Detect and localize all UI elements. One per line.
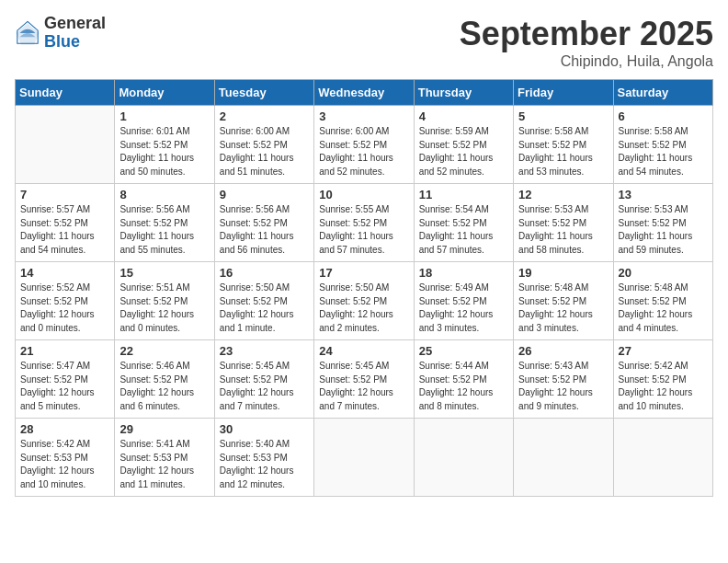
calendar-cell: 7Sunrise: 5:57 AM Sunset: 5:52 PM Daylig… (16, 184, 115, 262)
day-info: Sunrise: 5:44 AM Sunset: 5:52 PM Dayligh… (419, 360, 508, 413)
calendar-cell: 10Sunrise: 5:55 AM Sunset: 5:52 PM Dayli… (314, 184, 414, 262)
day-info: Sunrise: 5:42 AM Sunset: 5:52 PM Dayligh… (619, 360, 708, 413)
calendar-week-row: 21Sunrise: 5:47 AM Sunset: 5:52 PM Dayli… (16, 340, 713, 419)
logo-general: General (44, 15, 106, 33)
day-number: 26 (518, 344, 608, 358)
calendar-cell: 21Sunrise: 5:47 AM Sunset: 5:52 PM Dayli… (16, 340, 115, 419)
calendar-cell: 17Sunrise: 5:50 AM Sunset: 5:52 PM Dayli… (314, 262, 414, 340)
day-info: Sunrise: 5:50 AM Sunset: 5:52 PM Dayligh… (220, 282, 309, 335)
day-number: 22 (119, 344, 209, 358)
calendar-cell: 26Sunrise: 5:43 AM Sunset: 5:52 PM Dayli… (514, 340, 613, 419)
day-of-week-header: Thursday (414, 80, 513, 106)
day-info: Sunrise: 5:52 AM Sunset: 5:52 PM Dayligh… (20, 282, 109, 335)
day-number: 20 (619, 266, 708, 280)
calendar-cell: 3Sunrise: 6:00 AM Sunset: 5:52 PM Daylig… (314, 106, 414, 184)
day-info: Sunrise: 6:00 AM Sunset: 5:52 PM Dayligh… (319, 125, 408, 178)
day-number: 14 (20, 266, 109, 280)
day-number: 5 (518, 109, 608, 123)
day-info: Sunrise: 5:56 AM Sunset: 5:52 PM Dayligh… (220, 203, 309, 257)
day-number: 30 (220, 422, 309, 436)
day-number: 10 (319, 188, 408, 201)
logo-icon (15, 20, 40, 46)
day-number: 28 (20, 422, 109, 436)
calendar-table: SundayMondayTuesdayWednesdayThursdayFrid… (15, 79, 713, 497)
calendar-cell: 15Sunrise: 5:51 AM Sunset: 5:52 PM Dayli… (115, 262, 214, 340)
calendar-cell: 23Sunrise: 5:45 AM Sunset: 5:52 PM Dayli… (214, 340, 313, 419)
calendar-cell: 4Sunrise: 5:59 AM Sunset: 5:52 PM Daylig… (414, 106, 513, 184)
day-number: 11 (419, 188, 508, 201)
calendar-cell: 27Sunrise: 5:42 AM Sunset: 5:52 PM Dayli… (613, 340, 712, 419)
day-info: Sunrise: 5:40 AM Sunset: 5:53 PM Dayligh… (220, 438, 309, 491)
day-info: Sunrise: 5:49 AM Sunset: 5:52 PM Dayligh… (419, 282, 508, 335)
day-of-week-header: Saturday (613, 80, 712, 106)
calendar-cell (314, 419, 414, 497)
day-info: Sunrise: 5:45 AM Sunset: 5:52 PM Dayligh… (220, 360, 309, 413)
day-number: 27 (619, 344, 708, 358)
day-info: Sunrise: 5:58 AM Sunset: 5:52 PM Dayligh… (619, 125, 708, 178)
calendar-cell: 6Sunrise: 5:58 AM Sunset: 5:52 PM Daylig… (613, 106, 712, 184)
day-number: 4 (419, 109, 508, 123)
calendar-week-row: 14Sunrise: 5:52 AM Sunset: 5:52 PM Dayli… (16, 262, 713, 340)
day-of-week-header: Sunday (16, 80, 115, 106)
day-info: Sunrise: 5:45 AM Sunset: 5:52 PM Dayligh… (319, 360, 408, 413)
day-info: Sunrise: 5:58 AM Sunset: 5:52 PM Dayligh… (518, 125, 608, 178)
calendar-cell (514, 419, 613, 497)
day-number: 29 (119, 422, 209, 436)
day-info: Sunrise: 5:47 AM Sunset: 5:52 PM Dayligh… (20, 360, 109, 413)
day-number: 16 (220, 266, 309, 280)
calendar-cell (414, 419, 513, 497)
day-of-week-header: Wednesday (314, 80, 414, 106)
day-number: 2 (220, 109, 309, 123)
day-number: 7 (20, 188, 109, 201)
day-info: Sunrise: 5:46 AM Sunset: 5:52 PM Dayligh… (119, 360, 209, 413)
calendar-week-row: 7Sunrise: 5:57 AM Sunset: 5:52 PM Daylig… (16, 184, 713, 262)
day-number: 12 (518, 188, 608, 201)
calendar-cell (16, 106, 115, 184)
day-of-week-header: Friday (514, 80, 613, 106)
day-number: 24 (319, 344, 408, 358)
logo-blue: Blue (44, 33, 106, 52)
day-number: 9 (220, 188, 309, 201)
day-number: 1 (119, 109, 209, 123)
calendar-cell: 18Sunrise: 5:49 AM Sunset: 5:52 PM Dayli… (414, 262, 513, 340)
calendar-cell: 1Sunrise: 6:01 AM Sunset: 5:52 PM Daylig… (115, 106, 214, 184)
day-number: 6 (619, 109, 708, 123)
calendar-week-row: 28Sunrise: 5:42 AM Sunset: 5:53 PM Dayli… (16, 419, 713, 497)
calendar-cell: 5Sunrise: 5:58 AM Sunset: 5:52 PM Daylig… (514, 106, 613, 184)
calendar-cell: 30Sunrise: 5:40 AM Sunset: 5:53 PM Dayli… (214, 419, 313, 497)
calendar-cell: 19Sunrise: 5:48 AM Sunset: 5:52 PM Dayli… (514, 262, 613, 340)
calendar-cell: 12Sunrise: 5:53 AM Sunset: 5:52 PM Dayli… (514, 184, 613, 262)
day-info: Sunrise: 5:53 AM Sunset: 5:52 PM Dayligh… (619, 203, 708, 257)
day-number: 15 (119, 266, 209, 280)
calendar-cell: 24Sunrise: 5:45 AM Sunset: 5:52 PM Dayli… (314, 340, 414, 419)
day-info: Sunrise: 5:41 AM Sunset: 5:53 PM Dayligh… (119, 438, 209, 491)
calendar-cell: 8Sunrise: 5:56 AM Sunset: 5:52 PM Daylig… (115, 184, 214, 262)
calendar-cell (613, 419, 712, 497)
day-number: 23 (220, 344, 309, 358)
calendar-cell: 29Sunrise: 5:41 AM Sunset: 5:53 PM Dayli… (115, 419, 214, 497)
calendar-cell: 2Sunrise: 6:00 AM Sunset: 5:52 PM Daylig… (214, 106, 313, 184)
calendar-cell: 28Sunrise: 5:42 AM Sunset: 5:53 PM Dayli… (16, 419, 115, 497)
calendar-cell: 16Sunrise: 5:50 AM Sunset: 5:52 PM Dayli… (214, 262, 313, 340)
day-info: Sunrise: 5:56 AM Sunset: 5:52 PM Dayligh… (119, 203, 209, 257)
day-number: 8 (119, 188, 209, 201)
calendar-week-row: 1Sunrise: 6:01 AM Sunset: 5:52 PM Daylig… (16, 106, 713, 184)
calendar-cell: 22Sunrise: 5:46 AM Sunset: 5:52 PM Dayli… (115, 340, 214, 419)
calendar-cell: 25Sunrise: 5:44 AM Sunset: 5:52 PM Dayli… (414, 340, 513, 419)
location: Chipindo, Huila, Angola (460, 53, 713, 70)
calendar-cell: 14Sunrise: 5:52 AM Sunset: 5:52 PM Dayli… (16, 262, 115, 340)
day-number: 18 (419, 266, 508, 280)
day-number: 3 (319, 109, 408, 123)
calendar-cell: 9Sunrise: 5:56 AM Sunset: 5:52 PM Daylig… (214, 184, 313, 262)
day-number: 21 (20, 344, 109, 358)
month-title: September 2025 (460, 15, 713, 53)
day-info: Sunrise: 5:53 AM Sunset: 5:52 PM Dayligh… (518, 203, 608, 257)
day-number: 19 (518, 266, 608, 280)
logo: General Blue (15, 15, 106, 52)
day-info: Sunrise: 5:57 AM Sunset: 5:52 PM Dayligh… (20, 203, 109, 257)
day-info: Sunrise: 5:59 AM Sunset: 5:52 PM Dayligh… (419, 125, 508, 178)
day-info: Sunrise: 5:51 AM Sunset: 5:52 PM Dayligh… (119, 282, 209, 335)
day-info: Sunrise: 5:43 AM Sunset: 5:52 PM Dayligh… (518, 360, 608, 413)
page-header: General Blue September 2025 Chipindo, Hu… (15, 15, 713, 70)
day-info: Sunrise: 5:55 AM Sunset: 5:52 PM Dayligh… (319, 203, 408, 257)
